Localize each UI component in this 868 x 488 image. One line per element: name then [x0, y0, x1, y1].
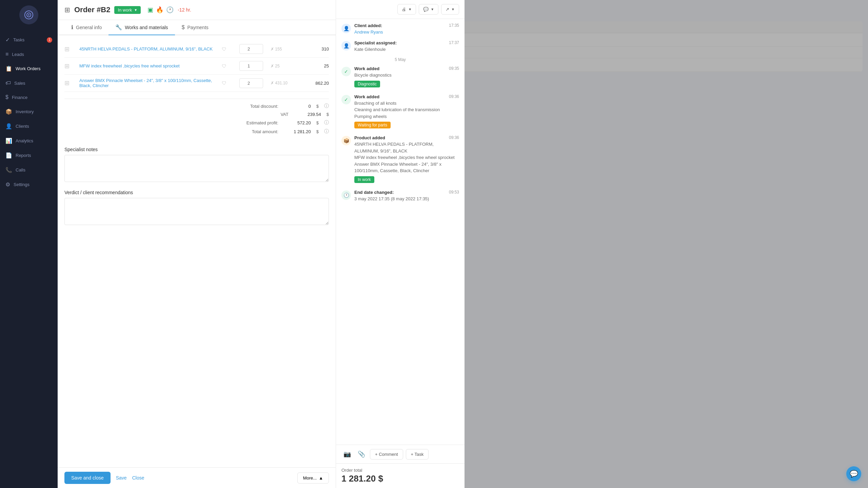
sidebar-item-label: Clients: [16, 124, 29, 129]
sidebar-item-analytics[interactable]: 📊 Analytics: [0, 134, 58, 148]
quantity-input[interactable]: [239, 78, 263, 88]
modal-header: ⊞ Order #B2 In work ▼ ▣ 🔥 🕐 -12 hr.: [58, 0, 336, 20]
info-icon[interactable]: ⓘ: [324, 103, 329, 109]
verdict-label: Verdict / client recommendations: [64, 190, 329, 195]
product-row: ⊞ 45NRTH HELVA PEDALS - PLATFORM, ALUMIN…: [64, 41, 329, 58]
activity-feed: 👤 Client added: 17:35 Andrew Ryans 👤: [336, 19, 465, 445]
profit-row: Estimated profit: 572.20 $ ⓘ: [224, 120, 329, 126]
time-badge: -12 hr.: [178, 7, 191, 13]
quantity-input[interactable]: [239, 61, 263, 71]
sidebar-logo: [19, 5, 38, 24]
activity-dot: 🕐: [341, 190, 351, 200]
activity-item: 👤 Specialist assigned: 17:37 Kate Gilenh…: [341, 40, 459, 53]
camera-button[interactable]: 📷: [341, 448, 353, 460]
activity-title: Client added:: [354, 23, 382, 28]
sidebar-item-calls[interactable]: 📞 Calls: [0, 163, 58, 177]
activity-text: 45NRTH HELVA PEDALS - PLATFORM, ALUMINUM…: [354, 141, 459, 174]
leads-icon: ≡: [5, 51, 8, 57]
activity-time: 09:36: [449, 94, 459, 99]
add-task-button[interactable]: + Task: [406, 449, 429, 460]
sidebar-item-reports[interactable]: 📄 Reports: [0, 148, 58, 163]
modal-body: ⊞ 45NRTH HELVA PEDALS - PLATFORM, ALUMIN…: [58, 35, 336, 467]
sidebar-item-clients[interactable]: 👤 Clients: [0, 119, 58, 134]
info-icon[interactable]: ⓘ: [324, 120, 329, 126]
product-name[interactable]: MFW index freewheel ,bicycles free wheel…: [79, 63, 218, 68]
activity-item: 🕐 End date changed: 09:53 3 may 2022 17:…: [341, 190, 459, 202]
share-button[interactable]: ↗ ▼: [441, 4, 459, 15]
specialist-notes-input[interactable]: [64, 155, 329, 182]
activity-dot: ✓: [341, 95, 351, 104]
check-square-icon: ▣: [147, 6, 153, 14]
profit-label: Estimated profit:: [224, 120, 278, 125]
product-total: 25: [302, 63, 329, 68]
product-price: ✗ 155: [271, 47, 298, 52]
qr-icon: ⊞: [64, 6, 70, 14]
tab-payments[interactable]: $ Payments: [175, 20, 215, 35]
save-button[interactable]: Save: [116, 475, 127, 481]
activity-content: Specialist assigned: 17:37 Kate Gilenhou…: [354, 40, 459, 53]
shield-icon: 🛡: [222, 63, 235, 69]
activity-title: Work added: [354, 94, 379, 99]
amount-label: Total amount:: [224, 129, 278, 134]
in-work-pill: In work: [354, 176, 374, 183]
activity-text: Andrew Ryans: [354, 29, 459, 36]
calls-icon: 📞: [5, 167, 12, 173]
activity-time: 17:35: [449, 23, 459, 28]
tab-works[interactable]: 🔧 Works and materials: [108, 20, 175, 35]
more-button[interactable]: More... ▲: [297, 472, 329, 484]
logo-icon: [23, 9, 34, 20]
print-button[interactable]: 🖨 ▼: [397, 4, 416, 15]
sidebar-item-sales[interactable]: 🏷 Sales: [0, 76, 58, 90]
status-badge[interactable]: In work ▼: [114, 6, 141, 14]
dropdown-arrow: ▼: [408, 7, 412, 11]
verdict-section: Verdict / client recommendations: [64, 190, 329, 226]
right-panel-toolbar: 🖨 ▼ 💬 ▼ ↗ ▼: [336, 0, 465, 19]
chat-bubble[interactable]: 💬: [846, 466, 861, 481]
product-price: ✗ 25: [271, 64, 298, 68]
add-comment-button[interactable]: + Comment: [370, 449, 403, 460]
sidebar-item-label: Inventory: [16, 109, 34, 114]
amount-value: 1 281.20: [284, 129, 311, 134]
product-icon: ⊞: [64, 62, 75, 70]
sidebar-item-leads[interactable]: ≡ Leads: [0, 47, 58, 61]
products-section: ⊞ 45NRTH HELVA PEDALS - PLATFORM, ALUMIN…: [64, 41, 329, 92]
discount-value: 0: [284, 104, 311, 109]
tab-general[interactable]: ℹ General info: [64, 20, 108, 35]
activity-time: 09:35: [449, 66, 459, 71]
amount-row: Total amount: 1 281.20 $ ⓘ: [224, 128, 329, 135]
bottom-actions: 📷 📎 + Comment + Task: [336, 445, 465, 463]
settings-icon: ⚙: [5, 181, 10, 188]
status-pill: Diagnostic: [354, 81, 380, 87]
sidebar-item-work-orders[interactable]: 📋 Work Orders: [0, 61, 58, 76]
client-link[interactable]: Andrew Ryans: [354, 29, 383, 35]
inventory-icon: 📦: [5, 108, 12, 115]
activity-content: Work added 09:35 Bicycle diagnostics Dia…: [354, 66, 459, 89]
activity-item: ✓ Work added 09:35 Bicycle diagnostics D…: [341, 66, 459, 89]
sidebar-item-tasks[interactable]: ✓ Tasks 1: [0, 33, 58, 47]
modal-tabs: ℹ General info 🔧 Works and materials $ P…: [58, 20, 336, 35]
modal-footer: Save and close Save Close More... ▲: [58, 467, 336, 488]
sidebar-item-inventory[interactable]: 📦 Inventory: [0, 104, 58, 119]
comment-icon: 💬: [423, 7, 429, 12]
sales-icon: 🏷: [5, 80, 11, 86]
product-name[interactable]: Answer BMX Pinnacle Wheelset - 24", 3/8"…: [79, 78, 218, 88]
verdict-input[interactable]: [64, 198, 329, 225]
discount-currency: $: [316, 104, 319, 109]
sidebar-item-label: Sales: [14, 81, 25, 86]
clients-icon: 👤: [5, 123, 12, 129]
sidebar-item-settings[interactable]: ⚙ Settings: [0, 177, 58, 192]
close-button[interactable]: Close: [132, 475, 144, 481]
quantity-input[interactable]: [239, 44, 263, 54]
product-icon: ⊞: [64, 79, 75, 87]
sidebar-item-label: Finance: [12, 95, 27, 100]
specialist-notes-section: Specialist notes: [64, 147, 329, 183]
modal-order-title: Order #B2: [74, 5, 110, 14]
info-icon[interactable]: ⓘ: [324, 128, 329, 135]
activity-dot: 👤: [341, 41, 351, 50]
comment-toolbar-button[interactable]: 💬 ▼: [419, 4, 438, 15]
modal-overlay: ⊞ Order #B2 In work ▼ ▣ 🔥 🕐 -12 hr. ℹ Ge…: [58, 0, 868, 488]
save-and-close-button[interactable]: Save and close: [64, 472, 111, 484]
sidebar-item-finance[interactable]: $ Finance: [0, 90, 58, 104]
product-name[interactable]: 45NRTH HELVA PEDALS - PLATFORM, ALUMINUM…: [79, 46, 218, 52]
attach-button[interactable]: 📎: [356, 448, 367, 460]
